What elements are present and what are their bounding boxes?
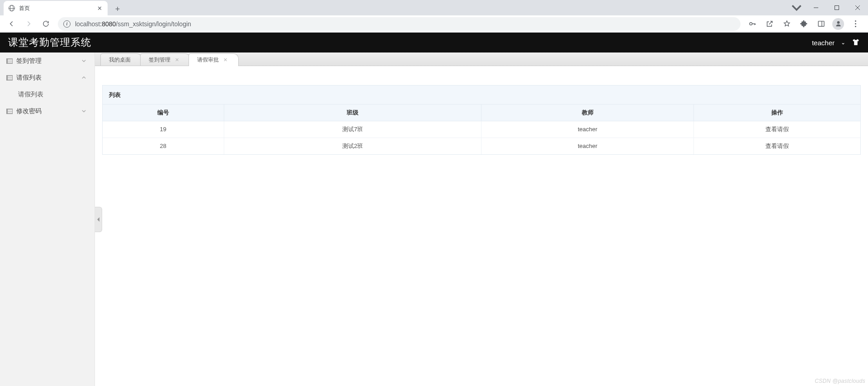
share-icon[interactable] [762,17,777,31]
browser-tab[interactable]: 首页 ✕ [4,1,108,15]
back-button[interactable] [4,17,19,31]
chevron-down-icon [81,109,86,114]
tab-leave-approval[interactable]: 请假审批 ✕ [189,53,239,66]
sidebar-item-leave-list[interactable]: 请假列表 [0,69,94,86]
bookmark-star-icon[interactable] [779,17,794,31]
sidebar-item-label: 签到管理 [16,57,42,65]
list-icon [6,58,13,64]
sidebar-item-label: 请假列表 [18,91,43,99]
tab-label: 签到管理 [149,56,170,64]
chevron-up-icon [81,75,86,80]
app-title: 课堂考勤管理系统 [8,36,91,49]
window-controls [790,0,868,15]
browser-toolbar: i localhost:8080/ssm_xsktsign/login/tolo… [0,15,868,33]
browser-tab-title: 首页 [19,5,92,12]
close-tab-icon[interactable]: ✕ [96,5,103,12]
user-menu[interactable]: teacher ⌄ [812,38,860,48]
app-header: 课堂考勤管理系统 teacher ⌄ [0,33,868,52]
list-panel: 列表 编号 班级 教师 操作 19 测试7班 teacher 查看请假 [102,85,861,155]
tab-search-button[interactable] [790,0,803,15]
address-bar[interactable]: i localhost:8080/ssm_xsktsign/login/tolo… [58,17,741,31]
minimize-button[interactable] [806,0,826,15]
cell-action: 查看请假 [693,121,860,138]
username: teacher [812,39,835,47]
svg-point-2 [750,23,752,25]
content-area: 我的桌面 签到管理 ✕ 请假审批 ✕ 列表 编号 班级 教师 操作 [95,52,868,386]
list-icon [6,75,13,81]
content-tab-bar: 我的桌面 签到管理 ✕ 请假审批 ✕ [95,52,868,66]
watermark: CSDN @pastclouds [815,378,865,384]
chevron-down-icon [81,58,86,63]
cell-class: 测试2班 [224,138,481,154]
cell-action: 查看请假 [693,138,860,154]
forward-button[interactable] [21,17,36,31]
profile-avatar[interactable] [831,17,845,31]
toolbar-right [745,17,864,31]
svg-rect-1 [835,6,839,10]
tshirt-icon[interactable] [852,38,860,48]
new-tab-button[interactable]: + [111,3,124,15]
cell-teacher: teacher [481,138,693,154]
cell-teacher: teacher [481,121,693,138]
app-body: 签到管理 请假列表 请假列表 修改密码 我的桌面 签到管理 ✕ 请假审 [0,52,868,386]
cell-id: 19 [103,121,224,138]
side-panel-icon[interactable] [814,17,828,31]
table-row: 19 测试7班 teacher 查看请假 [103,121,860,138]
maximize-button[interactable] [826,0,847,15]
close-window-button[interactable] [847,0,868,15]
close-tab-icon[interactable]: ✕ [223,57,227,63]
url-text: localhost:8080/ssm_xsktsign/login/tologi… [75,20,191,28]
col-class: 班级 [224,105,481,121]
sidebar-subitem-leave-list[interactable]: 请假列表 [0,86,94,103]
col-id: 编号 [103,105,224,121]
browser-tab-strip: 首页 ✕ + [0,0,868,15]
password-key-icon[interactable] [745,17,760,31]
url-host: localhost [75,20,100,28]
url-port: :8080 [100,20,116,28]
menu-kebab-icon[interactable] [848,17,863,31]
tab-label: 请假审批 [197,56,219,64]
table-row: 28 测试2班 teacher 查看请假 [103,138,860,154]
sidebar-item-label: 修改密码 [16,107,42,115]
cell-class: 测试7班 [224,121,481,138]
tab-label: 我的桌面 [109,56,131,64]
cell-id: 28 [103,138,224,154]
list-icon [6,109,13,114]
reload-button[interactable] [38,17,53,31]
sidebar: 签到管理 请假列表 请假列表 修改密码 [0,52,95,386]
sidebar-item-label: 请假列表 [16,74,42,82]
url-path: /ssm_xsktsign/login/tologin [116,20,191,28]
svg-rect-3 [818,21,824,26]
sidebar-item-signin-manage[interactable]: 签到管理 [0,52,94,69]
table-header-row: 编号 班级 教师 操作 [103,105,860,121]
sidebar-collapse-handle[interactable] [95,207,102,232]
globe-icon [8,5,15,12]
extensions-icon[interactable] [797,17,811,31]
col-teacher: 教师 [481,105,693,121]
panel-title: 列表 [103,86,860,105]
tab-signin-manage[interactable]: 签到管理 ✕ [140,53,190,66]
view-leave-link[interactable]: 查看请假 [765,126,789,133]
sidebar-item-change-password[interactable]: 修改密码 [0,103,94,119]
view-leave-link[interactable]: 查看请假 [765,143,789,149]
tab-my-desktop[interactable]: 我的桌面 [100,53,142,66]
close-tab-icon[interactable]: ✕ [175,57,179,63]
data-table: 编号 班级 教师 操作 19 测试7班 teacher 查看请假 28 [103,105,860,154]
browser-chrome: 首页 ✕ + [0,0,868,15]
chevron-down-icon: ⌄ [841,39,845,46]
col-action: 操作 [693,105,860,121]
site-info-icon[interactable]: i [63,20,71,28]
